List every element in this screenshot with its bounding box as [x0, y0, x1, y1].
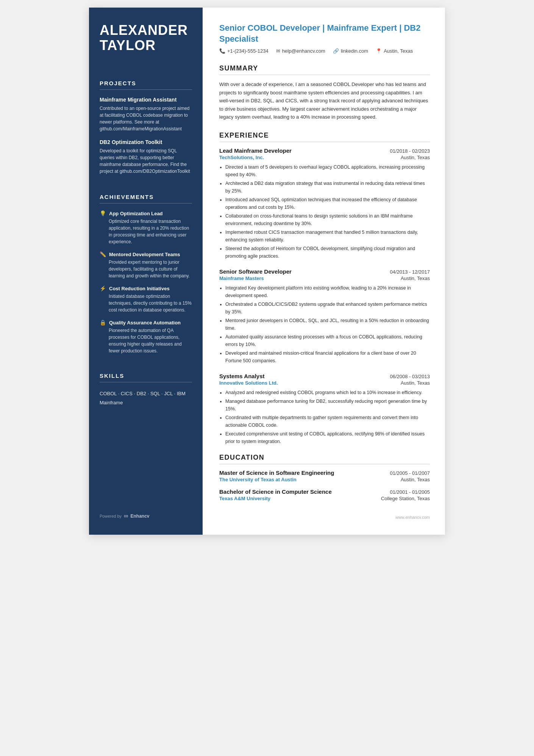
- achievement-2: ✏️ Mentored Development Teams Provided e…: [100, 251, 192, 279]
- edu-2-location: College Station, Texas: [381, 496, 430, 501]
- email-contact: ✉ help@enhancv.com: [276, 48, 325, 54]
- edu-1: Master of Science in Software Engineerin…: [219, 470, 430, 482]
- edu-1-degree: Master of Science in Software Engineerin…: [219, 470, 334, 476]
- skills-list: COBOL · CICS · DB2 · SQL · JCL · IBM Mai…: [100, 389, 192, 407]
- phone-number: +1-(234)-555-1234: [227, 48, 269, 54]
- enhancv-logo-icon: ∞: [124, 513, 128, 520]
- bullet: Steered the adoption of Heirloom for COB…: [225, 245, 430, 260]
- edu-2: Bachelor of Science in Computer Science …: [219, 488, 430, 501]
- job-1-role: Lead Mainframe Developer: [219, 147, 292, 154]
- website-contact: 🔗 linkedin.com: [333, 48, 368, 54]
- main-footer: www.enhancv.com: [219, 507, 430, 520]
- job-2-company: Mainframe Masters: [219, 275, 264, 281]
- job-2-dates: 04/2013 - 12/2017: [390, 269, 430, 275]
- skills-divider: [100, 382, 192, 382]
- email-icon: ✉: [276, 48, 280, 54]
- summary-divider: [219, 75, 430, 75]
- achievement-3-desc: Initiated database optimization techniqu…: [100, 293, 192, 313]
- job-3-dates: 06/2008 - 03/2013: [390, 374, 430, 379]
- bullet: Orchestrated a COBOL/CICS/DB2 systems up…: [225, 301, 430, 316]
- link-icon: 🔗: [333, 48, 339, 54]
- education-title: EDUCATION: [219, 454, 430, 462]
- skills-section-title: SKILLS: [100, 373, 192, 379]
- job-3-role: Systems Analyst: [219, 373, 265, 379]
- achievements-divider: [100, 203, 192, 203]
- job-1-dates: 01/2018 - 02/2023: [390, 148, 430, 154]
- bullet: Managed database performance tuning for …: [225, 398, 430, 413]
- job-2: Senior Software Developer 04/2013 - 12/2…: [219, 268, 430, 365]
- location-icon: 📍: [376, 48, 382, 54]
- job-1-bullets: Directed a team of 5 developers to overh…: [219, 163, 430, 260]
- location-contact: 📍 Austin, Texas: [376, 48, 413, 54]
- achievements-section-title: ACHIEVEMENTS: [100, 194, 192, 200]
- edu-1-dates: 01/2005 - 01/2007: [390, 470, 430, 476]
- bullet: Architected a DB2 data migration strateg…: [225, 180, 430, 195]
- bullet: Collaborated on cross-functional teams t…: [225, 212, 430, 227]
- achievement-3-icon: ⚡: [100, 285, 106, 291]
- projects-section-title: PROJECTS: [100, 80, 192, 86]
- project-2-title: DB2 Optimization Toolkit: [100, 139, 192, 145]
- achievement-3: ⚡ Cost Reduction Initiatives Initiated d…: [100, 285, 192, 313]
- edu-2-school: Texas A&M University: [219, 496, 270, 501]
- bullet: Implemented robust CICS transaction mana…: [225, 229, 430, 244]
- bullet: Developed and maintained mission-critica…: [225, 349, 430, 365]
- phone-contact: 📞 +1-(234)-555-1234: [219, 48, 269, 54]
- experience-section: EXPERIENCE Lead Mainframe Developer 01/2…: [219, 131, 430, 454]
- achievement-4: 🔒 Quality Assurance Automation Pioneered…: [100, 319, 192, 354]
- achievement-1-icon: 💡: [100, 210, 106, 216]
- achievement-1: 💡 App Optimization Lead Optimized core f…: [100, 210, 192, 245]
- projects-divider: [100, 89, 192, 90]
- edu-1-location: Austin, Texas: [401, 477, 430, 482]
- phone-icon: 📞: [219, 48, 225, 54]
- achievement-1-title: App Optimization Lead: [109, 211, 163, 216]
- bullet: Directed a team of 5 developers to overh…: [225, 163, 430, 178]
- job-1-company: TechSolutions, Inc.: [219, 155, 264, 160]
- job-1: Lead Mainframe Developer 01/2018 - 02/20…: [219, 147, 430, 260]
- job-2-location: Austin, Texas: [401, 275, 430, 281]
- bullet: Coordinated with multiple departments to…: [225, 414, 430, 429]
- footer-url: www.enhancv.com: [395, 515, 430, 520]
- bullet: Introduced advanced SQL optimization tec…: [225, 196, 430, 211]
- edu-2-degree: Bachelor of Science in Computer Science: [219, 488, 332, 495]
- achievement-4-desc: Pioneered the automation of QA processes…: [100, 327, 192, 354]
- summary-title: SUMMARY: [219, 64, 430, 72]
- job-3-company: Innovative Solutions Ltd.: [219, 380, 278, 386]
- achievement-2-icon: ✏️: [100, 251, 106, 257]
- main-content: Senior COBOL Developer | Mainframe Exper…: [203, 8, 445, 535]
- achievement-1-desc: Optimized core financial transaction app…: [100, 218, 192, 245]
- bullet: Integrated Key development platform into…: [225, 284, 430, 299]
- sidebar-footer: Powered by ∞ Enhancv: [100, 501, 192, 520]
- project-1-desc: Contributed to an open-source project ai…: [100, 105, 192, 132]
- experience-divider: [219, 142, 430, 142]
- bullet: Automated quality assurance testing proc…: [225, 333, 430, 348]
- job-3: Systems Analyst 06/2008 - 03/2013 Innova…: [219, 373, 430, 445]
- project-2-desc: Developed a toolkit for optimizing SQL q…: [100, 147, 192, 175]
- email-address: help@enhancv.com: [282, 48, 325, 54]
- job-3-location: Austin, Texas: [401, 380, 430, 386]
- enhancv-brand: Enhancv: [131, 513, 150, 519]
- project-1-title: Mainframe Migration Assistant: [100, 97, 192, 103]
- contact-bar: 📞 +1-(234)-555-1234 ✉ help@enhancv.com 🔗…: [219, 48, 430, 54]
- achievement-2-title: Mentored Development Teams: [109, 252, 180, 257]
- candidate-name: ALEXANDERTAYLOR: [100, 23, 192, 53]
- job-2-bullets: Integrated Key development platform into…: [219, 284, 430, 365]
- summary-section: SUMMARY With over a decade of experience…: [219, 64, 430, 131]
- bullet: Executed comprehensive unit testing of C…: [225, 430, 430, 445]
- project-2: DB2 Optimization Toolkit Developed a too…: [100, 139, 192, 182]
- education-divider: [219, 464, 430, 464]
- sidebar: ALEXANDERTAYLOR PROJECTS Mainframe Migra…: [89, 8, 203, 535]
- resume-container: ALEXANDERTAYLOR PROJECTS Mainframe Migra…: [89, 8, 445, 535]
- job-title: Senior COBOL Developer | Mainframe Exper…: [219, 23, 430, 44]
- achievement-3-title: Cost Reduction Initiatives: [109, 286, 170, 291]
- powered-by-label: Powered by: [100, 514, 122, 518]
- bullet: Analyzed and redesigned existing COBOL p…: [225, 389, 430, 396]
- achievement-2-desc: Provided expert mentoring to junior deve…: [100, 259, 192, 279]
- summary-text: With over a decade of experience, I am a…: [219, 80, 430, 121]
- edu-1-school: The University of Texas at Austin: [219, 477, 297, 482]
- location-text: Austin, Texas: [384, 48, 413, 54]
- project-1: Mainframe Migration Assistant Contribute…: [100, 97, 192, 139]
- achievement-4-title: Quality Assurance Automation: [109, 320, 181, 326]
- experience-title: EXPERIENCE: [219, 131, 430, 139]
- job-3-bullets: Analyzed and redesigned existing COBOL p…: [219, 389, 430, 445]
- website-url: linkedin.com: [341, 48, 368, 54]
